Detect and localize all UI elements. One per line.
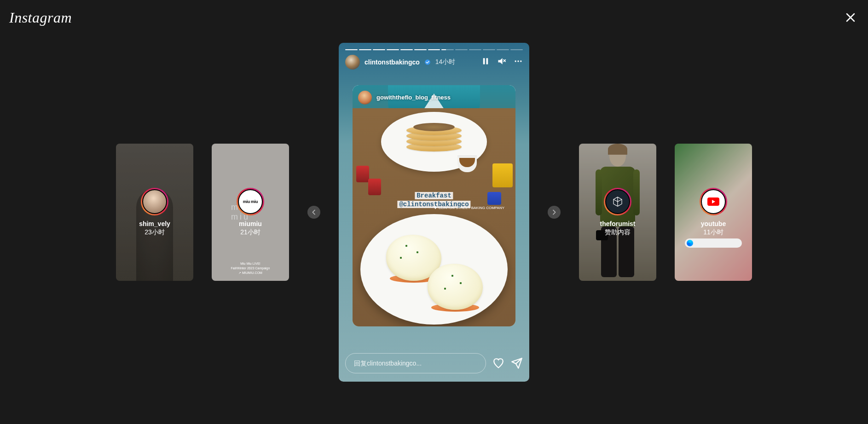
main-story-card: clintonstbakingco 14小时	[339, 43, 529, 382]
instagram-logo[interactable]: Instagram	[9, 9, 72, 26]
volume-off-icon	[497, 57, 506, 66]
avatar-ring	[700, 188, 727, 215]
avatar-ring: miu miu	[237, 188, 264, 215]
svg-point-3	[515, 60, 516, 62]
side-story-youtube[interactable]: youtube 11小时	[675, 144, 752, 281]
svg-rect-2	[486, 58, 488, 64]
svg-point-4	[517, 60, 519, 62]
svg-rect-1	[483, 58, 485, 64]
svg-point-0	[425, 59, 430, 65]
heart-icon	[492, 357, 504, 369]
cube-icon	[612, 196, 623, 207]
photo-toys-right	[487, 163, 513, 205]
side-username: theforumist	[600, 220, 636, 227]
progress-segment	[345, 49, 358, 50]
progress-segment	[428, 49, 440, 50]
thumbnail-caption: Miu Miu LIVE! Fall/Winter 2023 Campaign …	[212, 261, 289, 275]
story-author-avatar[interactable]	[345, 55, 360, 70]
side-story-shim-vely[interactable]: shim_vely 23小时	[116, 144, 193, 281]
repost-header: gowiththeflo_blog_fitness	[355, 88, 454, 107]
caption-line-1: Breakfast	[415, 192, 453, 199]
story-time: 14小时	[435, 58, 456, 66]
progress-bar	[339, 43, 529, 50]
progress-segment	[373, 49, 385, 50]
avatar	[142, 189, 167, 214]
next-story-button[interactable]	[548, 206, 561, 219]
prev-story-button[interactable]	[307, 206, 320, 219]
avatar-ring	[141, 188, 168, 215]
progress-segment	[510, 49, 523, 50]
side-time: 赞助内容	[605, 228, 631, 237]
send-icon	[511, 357, 523, 369]
avatar	[605, 189, 630, 214]
progress-segment	[400, 49, 413, 50]
progress-segment	[414, 49, 427, 50]
story-viewer: shim_vely 23小时 miu miu miu miu miumiu 21…	[0, 0, 868, 424]
story-header: clintonstbakingco 14小时	[339, 50, 529, 74]
story-photo: gowiththeflo_blog_fitness Breakfast @cli…	[353, 85, 515, 326]
progress-segment	[483, 49, 495, 50]
thumbnail-search-bar	[685, 238, 742, 248]
avatar: miu miu	[238, 189, 263, 214]
story-footer	[345, 353, 523, 373]
close-button[interactable]	[844, 11, 857, 24]
side-story-theforumist[interactable]: theforumist 赞助内容	[579, 144, 656, 281]
location-tag: CLINTON STREET BAKING COMPANY	[434, 206, 504, 210]
pause-button[interactable]	[481, 57, 490, 67]
repost-author-username: gowiththeflo_blog_fitness	[376, 94, 451, 101]
repost-author-avatar	[358, 91, 372, 105]
more-horizontal-icon	[514, 57, 523, 66]
photo-toys-left	[354, 166, 387, 198]
like-button[interactable]	[492, 357, 504, 369]
side-username: miumiu	[239, 220, 262, 227]
progress-segment	[455, 49, 468, 50]
location-pin-icon	[434, 206, 437, 209]
side-username: shim_vely	[139, 220, 170, 227]
chevron-left-icon	[310, 209, 318, 216]
progress-segment	[469, 49, 481, 50]
avatar-ring	[604, 188, 631, 215]
side-time: 11小时	[703, 228, 723, 237]
progress-segment-active	[441, 49, 454, 50]
share-button[interactable]	[511, 357, 523, 369]
side-username: youtube	[701, 220, 726, 227]
pause-icon	[481, 57, 490, 65]
progress-segment	[387, 49, 399, 50]
youtube-logo-icon	[707, 197, 719, 206]
progress-segment	[497, 49, 509, 50]
reposted-story[interactable]: gowiththeflo_blog_fitness Breakfast @cli…	[353, 85, 515, 326]
side-story-miumiu[interactable]: miu miu miu miu miumiu 21小时 Miu Miu LIVE…	[212, 144, 289, 281]
photo-plate-pancakes	[381, 112, 487, 172]
progress-segment	[359, 49, 371, 50]
story-author-username[interactable]: clintonstbakingco	[365, 58, 420, 66]
close-icon	[845, 12, 856, 23]
reply-input[interactable]	[345, 353, 486, 373]
side-time: 23小时	[145, 228, 165, 237]
verified-badge-icon	[424, 59, 431, 65]
side-time: 21小时	[240, 228, 260, 237]
mute-button[interactable]	[497, 57, 506, 68]
photo-plate-benedict	[360, 214, 508, 325]
avatar	[701, 189, 726, 214]
svg-point-5	[520, 60, 521, 62]
more-options-button[interactable]	[514, 57, 523, 68]
chevron-right-icon	[550, 209, 558, 216]
